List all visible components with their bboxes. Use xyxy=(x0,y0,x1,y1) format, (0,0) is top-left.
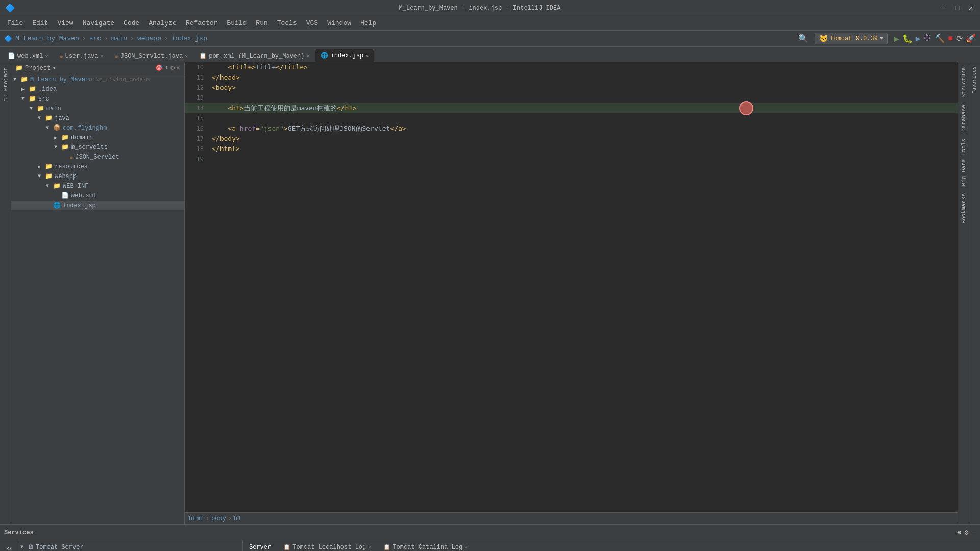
right-tab-structure[interactable]: Structure xyxy=(960,64,968,101)
tree-src[interactable]: ▼ 📁 src xyxy=(11,94,184,104)
menu-analyze[interactable]: Analyze xyxy=(144,18,181,29)
nav-file[interactable]: index.jsp xyxy=(172,35,207,42)
deployment-btn[interactable]: 🚀 xyxy=(966,34,976,44)
tree-web-xml[interactable]: ▶ 📄 web.xml xyxy=(11,191,184,201)
run-button[interactable]: ▶ xyxy=(894,33,899,44)
stop-btn[interactable]: ■ xyxy=(948,34,953,43)
tree-root[interactable]: ▼ 📁 M_Learn_by_Maven D:\M_Living_Code\M xyxy=(11,74,184,84)
breadcrumb-h1[interactable]: h1 xyxy=(234,515,241,522)
debug-button[interactable]: 🐛 xyxy=(902,34,913,44)
menu-window[interactable]: Window xyxy=(323,18,355,29)
tree-web-inf-arrow: ▼ xyxy=(46,183,52,189)
menu-file[interactable]: File xyxy=(3,18,27,29)
tab-web-xml[interactable]: 📄 web.xml ✕ xyxy=(2,49,54,62)
profile-btn[interactable]: ⏱ xyxy=(923,34,932,43)
close-btn[interactable]: ✕ xyxy=(967,4,975,12)
run-config-selector[interactable]: 🐱 Tomcat 9.0.39 ▼ xyxy=(815,33,888,44)
tree-index-jsp[interactable]: ▶ 🌐 index.jsp xyxy=(11,201,184,210)
code-line-14: 14 <h1>当前工程使用的是maven构建的</h1> xyxy=(185,103,958,113)
menu-build[interactable]: Build xyxy=(223,18,251,29)
sidebar-locate-icon[interactable]: 🎯 xyxy=(155,64,163,72)
fav-favorites[interactable]: Favorites xyxy=(971,64,978,96)
sidebar-header: 📁 Project ▼ 🎯 ↕ ⚙ ✕ xyxy=(11,62,184,74)
nav-webapp[interactable]: webapp xyxy=(137,35,161,42)
server-tab-localhost-log[interactable]: 📋 Tomcat Localhost Log ✕ xyxy=(277,542,377,552)
srv-restart-btn[interactable]: ↻ xyxy=(5,542,12,551)
services-add-icon[interactable]: ⊕ xyxy=(957,528,961,537)
sidebar-toolbar: 🎯 ↕ ⚙ ✕ xyxy=(155,64,180,72)
menubar: File Edit View Navigate Code Analyze Ref… xyxy=(0,16,980,31)
sidebar-expand-icon[interactable]: ↕ xyxy=(165,64,168,72)
server-tab-server[interactable]: Server xyxy=(243,542,277,552)
tab-json-servlet-close[interactable]: ✕ xyxy=(185,53,188,59)
tree-web-inf[interactable]: ▼ 📁 WEB-INF xyxy=(11,181,184,191)
tab-pom-xml-close[interactable]: ✕ xyxy=(306,53,309,59)
tree-com-label: com.flyinghm xyxy=(63,124,107,132)
right-tab-bookmarks[interactable]: Bookmarks xyxy=(960,190,968,227)
search-icon[interactable]: 🔍 xyxy=(798,34,808,44)
tab-user-java[interactable]: ☕ User.java ✕ xyxy=(54,49,109,62)
sidebar-dropdown-icon[interactable]: ▼ xyxy=(53,66,55,71)
tree-main[interactable]: ▼ 📁 main xyxy=(11,104,184,113)
tab-pom-xml[interactable]: 📋 pom.xml (M_Learn_by_Maven) ✕ xyxy=(193,49,315,62)
menu-navigate[interactable]: Navigate xyxy=(79,18,118,29)
tab-json-servlet-java[interactable]: ☕ JSON_Servlet.java ✕ xyxy=(109,49,194,62)
minimize-btn[interactable]: ─ xyxy=(940,4,948,12)
server-tab-catalina-log[interactable]: 📋 Tomcat Catalina Log ✕ xyxy=(377,542,474,552)
tab-json-servlet-label: JSON_Servlet.java xyxy=(120,53,183,60)
update-btn[interactable]: ⟳ xyxy=(956,34,963,44)
menu-vcs[interactable]: VCS xyxy=(302,18,322,29)
run-config-dropdown-icon[interactable]: ▼ xyxy=(880,36,883,41)
menu-refactor[interactable]: Refactor xyxy=(182,18,222,29)
right-tab-big-data[interactable]: Big Data Tools xyxy=(960,136,968,189)
server-tab-localhost-close[interactable]: ✕ xyxy=(368,544,371,550)
services-tomcat-server[interactable]: ▼ 🖥 Tomcat Server xyxy=(18,542,242,551)
tree-com-flyinghm[interactable]: ▼ 📦 com.flyinghm xyxy=(11,123,184,133)
run-with-coverage-btn[interactable]: ▶ xyxy=(916,34,921,44)
tree-resources[interactable]: ▶ 📁 resources xyxy=(11,162,184,171)
server-tab-catalina-close[interactable]: ✕ xyxy=(464,544,468,550)
nav-project[interactable]: M_Learn_by_Maven xyxy=(15,35,79,42)
tab-index-jsp[interactable]: 🌐 index.jsp ✕ xyxy=(315,49,374,62)
services-minimize-icon[interactable]: ─ xyxy=(972,528,976,537)
tab-web-xml-close[interactable]: ✕ xyxy=(45,53,48,59)
services-header-icons: ⊕ ⚙ ─ xyxy=(957,528,976,537)
tree-idea[interactable]: ▶ 📁 .idea xyxy=(11,84,184,94)
server-tab-bar: Server 📋 Tomcat Localhost Log ✕ 📋 Tomcat… xyxy=(243,540,980,551)
tree-m-servelts[interactable]: ▼ 📁 m_servelts xyxy=(11,142,184,152)
favorites-bar: Favorites xyxy=(969,62,980,524)
tree-domain[interactable]: ▶ 📁 domain xyxy=(11,133,184,142)
breadcrumb-body[interactable]: body xyxy=(211,515,226,522)
tree-java-label: java xyxy=(55,115,69,122)
menu-view[interactable]: View xyxy=(53,18,77,29)
build-btn[interactable]: 🔨 xyxy=(935,34,945,44)
menu-help[interactable]: Help xyxy=(356,18,380,29)
breadcrumb-html[interactable]: html xyxy=(189,515,204,522)
sidebar-close-icon[interactable]: ✕ xyxy=(177,64,180,72)
menu-tools[interactable]: Tools xyxy=(273,18,301,29)
server-tab-server-label: Server xyxy=(249,544,271,551)
tree-domain-label: domain xyxy=(71,134,93,141)
right-tab-database[interactable]: Database xyxy=(960,102,968,135)
server-tab-localhost-label: Tomcat Localhost Log xyxy=(292,544,366,551)
tab-index-jsp-close[interactable]: ✕ xyxy=(365,53,369,59)
maximize-btn[interactable]: □ xyxy=(953,4,962,12)
tree-json-servlet[interactable]: ▶ ☕ JSON_Servlet xyxy=(11,152,184,162)
tree-java[interactable]: ▼ 📁 java xyxy=(11,113,184,123)
code-line-12: 12 <body> xyxy=(185,83,958,93)
services-panel-header: Services ⊕ ⚙ ─ xyxy=(0,525,980,540)
menu-run[interactable]: Run xyxy=(252,18,272,29)
tab-pom-xml-label: pom.xml (M_Learn_by_Maven) xyxy=(209,53,304,60)
code-editor[interactable]: 10 <title>Title</title> 11 </head> 12 <b… xyxy=(185,62,958,512)
tab-user-java-close[interactable]: ✕ xyxy=(101,53,104,59)
tree-webapp-arrow: ▼ xyxy=(38,173,44,179)
tree-webapp[interactable]: ▼ 📁 webapp xyxy=(11,171,184,181)
services-settings-icon[interactable]: ⚙ xyxy=(964,528,968,537)
left-tab-project[interactable]: 1: Project xyxy=(2,64,10,104)
sidebar-settings-icon[interactable]: ⚙ xyxy=(171,64,175,72)
nav-src[interactable]: src xyxy=(89,35,101,42)
nav-main[interactable]: main xyxy=(111,35,127,42)
menu-edit[interactable]: Edit xyxy=(28,18,52,29)
code-line-15: 15 xyxy=(185,113,958,123)
menu-code[interactable]: Code xyxy=(119,18,143,29)
